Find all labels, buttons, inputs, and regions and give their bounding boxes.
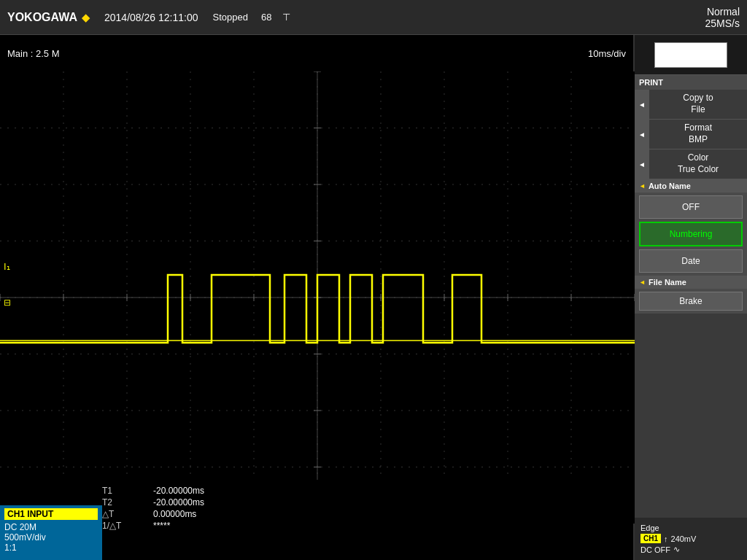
color-value: True Color: [678, 164, 719, 174]
status-display: Stopped 68 ⊤: [212, 12, 290, 23]
mini-screen: [654, 42, 727, 68]
filename-label: File Name: [649, 278, 686, 287]
format-label: Format: [684, 122, 712, 133]
copy-to-file-row[interactable]: ◄ Copy toFile: [635, 90, 747, 120]
color-button[interactable]: Color True Color: [649, 149, 747, 179]
ch1-edge-row: CH1 ↑ 240mV: [640, 534, 741, 543]
grid-canvas: [0, 71, 635, 524]
trigger-icon: ⊤: [282, 12, 290, 23]
oscilloscope-display[interactable]: Main : 2.5 M 10ms/div I₁ ⊟ T1 -20.00000m…: [0, 35, 635, 560]
edge-row: Edge: [640, 524, 741, 532]
autoname-label: Auto Name: [649, 182, 691, 190]
trigger-mode-display: Normal 25MS/s: [705, 6, 740, 29]
print-section-header: PRINT: [635, 75, 747, 90]
autoname-off-label: OFF: [682, 202, 700, 212]
color-label: Color: [688, 152, 709, 163]
gnd-marker: ⊟: [4, 298, 11, 308]
logo: YOKOGAWA ◆: [7, 11, 90, 24]
sample-rate-label: 25MS/s: [705, 18, 740, 29]
filename-value[interactable]: Brake: [639, 292, 743, 311]
autoname-date-button[interactable]: Date: [639, 249, 743, 273]
ch1-header: CH1 INPUT: [4, 508, 98, 520]
ch1-coupling: DC 20M: [4, 522, 98, 532]
filename-header: ◄ File Name: [635, 276, 747, 289]
copy-to-file-button[interactable]: Copy toFile: [649, 90, 747, 119]
right-panel: PRINT ◄ Copy toFile ◄ Format BMP ◄ Color…: [635, 35, 747, 560]
dc-label: DC OFF: [640, 545, 670, 554]
main-memory-label: Main : 2.5 M: [7, 48, 60, 59]
t1-label: T1: [102, 486, 146, 496]
time-per-div-label: 10ms/div: [588, 48, 626, 59]
edge-voltage: 240mV: [671, 534, 697, 543]
count-value: 68: [261, 12, 271, 23]
edge-arrow-icon: ↑: [664, 534, 668, 543]
ch1-scale: 500mV/div: [4, 532, 98, 542]
filename-section: ◄ File Name Brake: [635, 276, 747, 314]
stopped-label: Stopped: [212, 12, 247, 23]
top-bar: YOKOGAWA ◆ 2014/08/26 12:11:00 Stopped 6…: [0, 0, 747, 35]
datetime-display: 2014/08/26 12:11:00: [104, 12, 198, 23]
color-row[interactable]: ◄ Color True Color: [635, 149, 747, 179]
brand-name: YOKOGAWA: [7, 11, 77, 24]
trigger-mode-label: Normal: [705, 6, 740, 18]
autoname-section: ◄ Auto Name OFF Numbering Date: [635, 179, 747, 276]
copy-to-file-label: Copy toFile: [683, 93, 713, 114]
copy-to-file-arrow[interactable]: ◄: [635, 90, 649, 119]
ch1-waveform-label: I₁: [4, 261, 10, 272]
dc-row: DC OFF ∿: [640, 545, 741, 554]
ch1-probe: 1:1: [4, 542, 98, 553]
color-arrow[interactable]: ◄: [635, 149, 649, 179]
main-area: Main : 2.5 M 10ms/div I₁ ⊟ T1 -20.00000m…: [0, 35, 747, 560]
channel-status-bar: CH1 INPUT DC 20M 500mV/div 1:1: [0, 505, 635, 560]
t1-value: -20.00000ms: [153, 486, 263, 496]
mini-waveform-display: [635, 35, 747, 75]
format-button[interactable]: Format BMP: [649, 120, 747, 149]
format-row[interactable]: ◄ Format BMP: [635, 120, 747, 149]
ch1-edge-badge: CH1: [640, 534, 661, 543]
waveform-area: [0, 71, 635, 524]
format-arrow[interactable]: ◄: [635, 120, 649, 149]
format-value: BMP: [689, 134, 708, 144]
autoname-numbering-button[interactable]: Numbering: [639, 222, 743, 246]
ch1-status-panel: CH1 INPUT DC 20M 500mV/div 1:1: [0, 505, 102, 560]
edge-info-panel: Edge CH1 ↑ 240mV DC OFF ∿: [635, 518, 747, 560]
scope-info-bar: Main : 2.5 M 10ms/div: [0, 35, 633, 71]
print-label: PRINT: [639, 78, 663, 87]
autoname-header: ◄ Auto Name: [635, 179, 747, 192]
autoname-numbering-label: Numbering: [670, 229, 713, 239]
edge-label: Edge: [640, 524, 659, 532]
wave-icon: ∿: [673, 545, 680, 554]
autoname-off-button[interactable]: OFF: [639, 195, 743, 219]
diamond-icon: ◆: [82, 12, 90, 23]
autoname-date-label: Date: [681, 256, 700, 266]
